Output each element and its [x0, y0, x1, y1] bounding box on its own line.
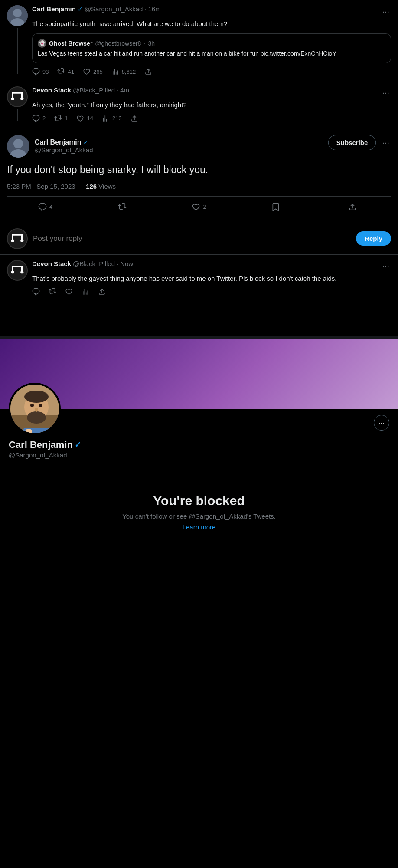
- like-count-1: 265: [93, 69, 103, 75]
- share-icon-2: [130, 115, 138, 122]
- learn-more-link[interactable]: Learn more: [183, 523, 216, 531]
- svg-rect-23: [20, 271, 23, 273]
- like-action-reply[interactable]: [65, 288, 73, 296]
- svg-point-30: [39, 404, 42, 407]
- username-devon-1: @Black_Pilled: [73, 86, 115, 94]
- share-icon-reply: [98, 288, 106, 296]
- svg-point-28: [27, 411, 46, 424]
- devon-reply-avatar-icon: [10, 263, 25, 278]
- more-options-main[interactable]: ···: [380, 136, 391, 148]
- ghost-browser-icon: 👻: [38, 39, 46, 48]
- avatar-carl-main[interactable]: [7, 135, 29, 158]
- svg-point-33: [25, 429, 32, 434]
- quote-username: @ghostbrowser8: [95, 40, 141, 47]
- retweet-action-1[interactable]: 41: [57, 68, 74, 76]
- svg-point-1: [13, 9, 22, 17]
- views-action-2[interactable]: 213: [102, 115, 122, 122]
- svg-point-31: [35, 408, 38, 412]
- profile-display-name: Carl Benjamin: [9, 439, 73, 450]
- main-tweet-name-block: Carl Benjamin ✓ @Sargon_of_Akkad: [35, 138, 93, 154]
- profile-section: ··· Carl Benjamin ✓ @Sargon_of_Akkad You…: [0, 336, 398, 549]
- reply-icon-2: [32, 115, 40, 122]
- share-action-reply[interactable]: [98, 288, 106, 296]
- display-name-carl: Carl Benjamin: [32, 5, 76, 13]
- user-reply-avatar-icon: [10, 231, 25, 247]
- display-name-devon-reply: Devon Stack: [32, 260, 71, 267]
- reply-count-2: 2: [42, 115, 46, 122]
- timestamp-carl-1: 16m: [148, 5, 161, 13]
- share-action-1[interactable]: [144, 68, 152, 76]
- main-like-action[interactable]: 2: [160, 198, 237, 216]
- timestamp-devon-reply: Now: [120, 260, 133, 267]
- views-action-1[interactable]: 8,612: [111, 68, 136, 76]
- reply-action-reply[interactable]: [32, 288, 40, 296]
- tweet-content-1: Carl Benjamin ✓ @Sargon_of_Akkad · 16m ·…: [32, 5, 391, 76]
- carl-avatar-img: [7, 135, 29, 158]
- svg-rect-19: [12, 266, 23, 267]
- tweet-text-devon-1: Ah yes, the "youth." If only they had fa…: [32, 100, 391, 110]
- views-action-reply[interactable]: [82, 288, 89, 296]
- main-tweet-timestamp: 5:23 PM · Sep 15, 2023: [7, 183, 75, 190]
- tweet-devon-reply: Devon Stack @Black_Pilled · Now ··· That…: [0, 255, 398, 302]
- avatar-carl-benjamin[interactable]: [7, 5, 28, 26]
- subscribe-button[interactable]: Subscribe: [328, 135, 376, 150]
- share-action-2[interactable]: [130, 115, 138, 122]
- views-count-2: 213: [112, 115, 122, 122]
- svg-rect-21: [21, 266, 23, 272]
- main-tweet-actions: 4 2: [7, 196, 391, 216]
- main-reply-action[interactable]: 4: [7, 198, 84, 216]
- retweet-icon: [57, 68, 65, 76]
- views-icon-reply: [82, 288, 89, 296]
- profile-avatar[interactable]: [9, 383, 61, 435]
- svg-rect-4: [12, 92, 23, 94]
- blocked-description: You can't follow or see @Sargon_of_Akkad…: [9, 513, 389, 520]
- tweet-text-carl-1: The sociopathic youth have arrived. What…: [32, 19, 391, 29]
- retweet-action-reply[interactable]: [49, 288, 56, 296]
- quote-display-name: Ghost Browser: [49, 40, 92, 47]
- svg-point-10: [13, 139, 23, 148]
- more-options-reply[interactable]: ···: [380, 260, 391, 272]
- user-info-devon-1: Devon Stack @Black_Pilled · 4m: [32, 86, 129, 94]
- reply-submit-button[interactable]: Reply: [356, 231, 391, 246]
- main-retweet-action[interactable]: [84, 198, 160, 216]
- profile-avatar-wrapper: [9, 383, 61, 435]
- more-options-btn-1[interactable]: ···: [380, 5, 391, 17]
- main-tweet-meta: 5:23 PM · Sep 15, 2023 · 126 Views: [7, 183, 391, 190]
- svg-rect-13: [12, 234, 23, 236]
- main-bookmark-action[interactable]: [238, 198, 314, 216]
- avatar-devon-1[interactable]: [7, 86, 28, 107]
- reply-text-input[interactable]: [33, 234, 351, 243]
- avatar-devon-reply[interactable]: [7, 260, 28, 281]
- quote-timestamp: 3h: [148, 40, 155, 47]
- display-name-devon-1: Devon Stack: [32, 86, 71, 94]
- retweet-icon-reply: [49, 288, 56, 296]
- like-action-2[interactable]: 14: [76, 115, 93, 122]
- svg-point-27: [24, 391, 49, 403]
- like-icon-2: [76, 115, 84, 122]
- retweet-count-2: 1: [65, 115, 68, 122]
- main-share-action[interactable]: [314, 198, 391, 216]
- thread-connector-2: [17, 109, 18, 121]
- tweet-devon-1: Devon Stack @Black_Pilled · 4m ··· Ah ye…: [0, 81, 398, 128]
- main-tweet-verified: ✓: [83, 139, 88, 146]
- main-tweet-text: If you don't stop being snarky, I will b…: [7, 163, 391, 177]
- avatar-user-reply: [7, 228, 28, 249]
- reply-action-2[interactable]: 2: [32, 115, 46, 122]
- tweet-actions-2: 2 1 14 213: [32, 115, 391, 122]
- profile-avatar-img: [10, 385, 61, 435]
- profile-verified-badge: ✓: [75, 440, 81, 450]
- reply-action-1[interactable]: 93: [32, 68, 49, 76]
- svg-rect-8: [20, 98, 23, 100]
- blocked-title: You're blocked: [9, 493, 389, 508]
- like-action-1[interactable]: 265: [83, 68, 103, 76]
- profile-more-icon: ···: [378, 418, 385, 427]
- main-tweet-display-name: Carl Benjamin: [35, 138, 82, 146]
- main-tweet-views-label: Views: [98, 183, 116, 190]
- views-icon-2: [102, 115, 110, 122]
- retweet-action-2[interactable]: 1: [54, 115, 68, 122]
- quote-tweet-1[interactable]: 👻 Ghost Browser @ghostbrowser8 · 3h Las …: [32, 33, 391, 64]
- share-icon: [144, 68, 152, 76]
- svg-rect-22: [11, 271, 14, 273]
- blocked-section: You're blocked You can't follow or see @…: [0, 467, 398, 549]
- more-options-btn-2[interactable]: ···: [380, 86, 391, 99]
